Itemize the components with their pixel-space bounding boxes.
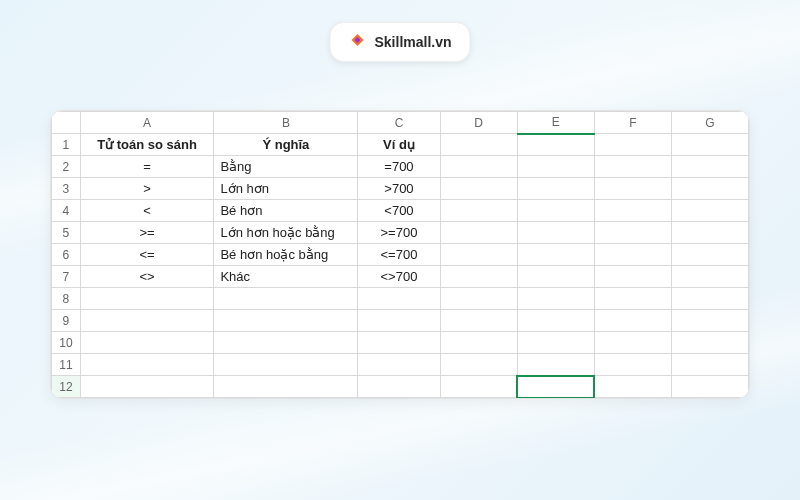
cell-A7[interactable]: <> <box>80 266 214 288</box>
cell-E2[interactable] <box>517 156 594 178</box>
cell-D1[interactable] <box>440 134 517 156</box>
col-header-D[interactable]: D <box>440 112 517 134</box>
row-header-2[interactable]: 2 <box>52 156 81 178</box>
col-header-G[interactable]: G <box>671 112 748 134</box>
cell-F8[interactable] <box>594 288 671 310</box>
cell-B12[interactable] <box>214 376 358 398</box>
cell-F1[interactable] <box>594 134 671 156</box>
cell-C6[interactable]: <=700 <box>358 244 440 266</box>
cell-G2[interactable] <box>671 156 748 178</box>
cell-F5[interactable] <box>594 222 671 244</box>
col-header-B[interactable]: B <box>214 112 358 134</box>
row-header-1[interactable]: 1 <box>52 134 81 156</box>
col-header-F[interactable]: F <box>594 112 671 134</box>
cell-D9[interactable] <box>440 310 517 332</box>
cell-E12[interactable] <box>517 376 594 398</box>
cell-G6[interactable] <box>671 244 748 266</box>
cell-B4[interactable]: Bé hơn <box>214 200 358 222</box>
row-header-3[interactable]: 3 <box>52 178 81 200</box>
cell-E4[interactable] <box>517 200 594 222</box>
cell-F9[interactable] <box>594 310 671 332</box>
cell-F12[interactable] <box>594 376 671 398</box>
row-header-11[interactable]: 11 <box>52 354 81 376</box>
cell-D3[interactable] <box>440 178 517 200</box>
col-header-C[interactable]: C <box>358 112 440 134</box>
cell-E1[interactable] <box>517 134 594 156</box>
cell-D8[interactable] <box>440 288 517 310</box>
cell-E5[interactable] <box>517 222 594 244</box>
cell-D12[interactable] <box>440 376 517 398</box>
cell-A6[interactable]: <= <box>80 244 214 266</box>
cell-B9[interactable] <box>214 310 358 332</box>
cell-G11[interactable] <box>671 354 748 376</box>
cell-G10[interactable] <box>671 332 748 354</box>
cell-E8[interactable] <box>517 288 594 310</box>
cell-B6[interactable]: Bé hơn hoặc bằng <box>214 244 358 266</box>
cell-A5[interactable]: >= <box>80 222 214 244</box>
cell-A9[interactable] <box>80 310 214 332</box>
col-header-E[interactable]: E <box>517 112 594 134</box>
cell-F2[interactable] <box>594 156 671 178</box>
cell-B7[interactable]: Khác <box>214 266 358 288</box>
cell-C4[interactable]: <700 <box>358 200 440 222</box>
cell-C8[interactable] <box>358 288 440 310</box>
cell-A8[interactable] <box>80 288 214 310</box>
cell-C12[interactable] <box>358 376 440 398</box>
cell-E9[interactable] <box>517 310 594 332</box>
cell-G1[interactable] <box>671 134 748 156</box>
cell-G8[interactable] <box>671 288 748 310</box>
cell-D6[interactable] <box>440 244 517 266</box>
cell-C10[interactable] <box>358 332 440 354</box>
cell-D10[interactable] <box>440 332 517 354</box>
cell-C3[interactable]: >700 <box>358 178 440 200</box>
row-header-8[interactable]: 8 <box>52 288 81 310</box>
cell-E7[interactable] <box>517 266 594 288</box>
cell-B5[interactable]: Lớn hơn hoặc bằng <box>214 222 358 244</box>
row-header-10[interactable]: 10 <box>52 332 81 354</box>
cell-A11[interactable] <box>80 354 214 376</box>
cell-A2[interactable]: = <box>80 156 214 178</box>
cell-B2[interactable]: Bằng <box>214 156 358 178</box>
cell-B11[interactable] <box>214 354 358 376</box>
select-all-corner[interactable] <box>52 112 81 134</box>
row-header-9[interactable]: 9 <box>52 310 81 332</box>
cell-G5[interactable] <box>671 222 748 244</box>
cell-A12[interactable] <box>80 376 214 398</box>
cell-C9[interactable] <box>358 310 440 332</box>
cell-A4[interactable]: < <box>80 200 214 222</box>
cell-A1[interactable]: Tử toán so sánh <box>80 134 214 156</box>
cell-D4[interactable] <box>440 200 517 222</box>
cell-F10[interactable] <box>594 332 671 354</box>
cell-D2[interactable] <box>440 156 517 178</box>
cell-F6[interactable] <box>594 244 671 266</box>
row-header-6[interactable]: 6 <box>52 244 81 266</box>
cell-C11[interactable] <box>358 354 440 376</box>
cell-A3[interactable]: > <box>80 178 214 200</box>
cell-B10[interactable] <box>214 332 358 354</box>
cell-B3[interactable]: Lớn hơn <box>214 178 358 200</box>
cell-B1[interactable]: Ý nghĩa <box>214 134 358 156</box>
cell-G9[interactable] <box>671 310 748 332</box>
cell-E11[interactable] <box>517 354 594 376</box>
cell-C7[interactable]: <>700 <box>358 266 440 288</box>
cell-B8[interactable] <box>214 288 358 310</box>
cell-C1[interactable]: Ví dụ <box>358 134 440 156</box>
row-header-12[interactable]: 12 <box>52 376 81 398</box>
cell-F11[interactable] <box>594 354 671 376</box>
cell-D11[interactable] <box>440 354 517 376</box>
row-header-5[interactable]: 5 <box>52 222 81 244</box>
cell-G3[interactable] <box>671 178 748 200</box>
cell-F4[interactable] <box>594 200 671 222</box>
cell-A10[interactable] <box>80 332 214 354</box>
col-header-A[interactable]: A <box>80 112 214 134</box>
cell-G4[interactable] <box>671 200 748 222</box>
cell-E3[interactable] <box>517 178 594 200</box>
row-header-4[interactable]: 4 <box>52 200 81 222</box>
row-header-7[interactable]: 7 <box>52 266 81 288</box>
cell-E6[interactable] <box>517 244 594 266</box>
cell-D7[interactable] <box>440 266 517 288</box>
cell-G7[interactable] <box>671 266 748 288</box>
cell-G12[interactable] <box>671 376 748 398</box>
cell-C2[interactable]: =700 <box>358 156 440 178</box>
cell-E10[interactable] <box>517 332 594 354</box>
